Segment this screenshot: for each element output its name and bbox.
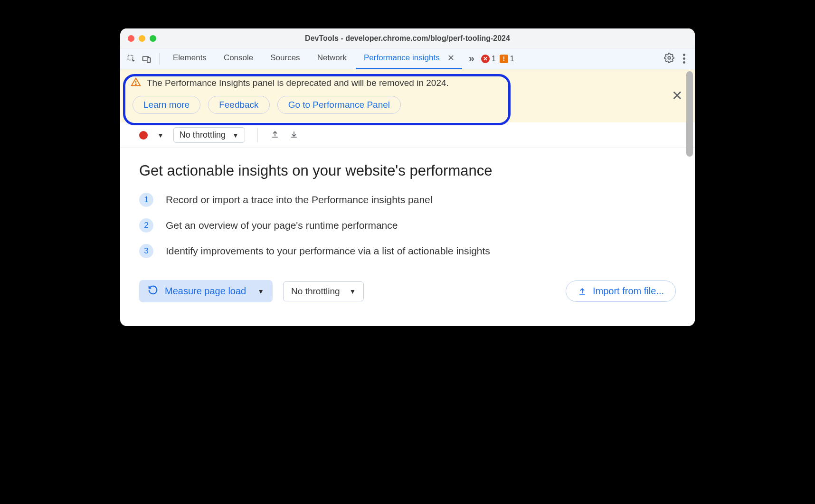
refresh-icon <box>148 285 158 298</box>
page-heading: Get actionable insights on your website'… <box>139 162 676 179</box>
feedback-button[interactable]: Feedback <box>208 96 269 114</box>
learn-more-button[interactable]: Learn more <box>133 96 200 114</box>
step-text: Get an overview of your page's runtime p… <box>166 220 398 231</box>
tab-label: Network <box>317 53 347 63</box>
error-icon: ✕ <box>481 55 490 63</box>
window-maximize-button[interactable] <box>150 35 156 42</box>
step-number: 1 <box>139 193 153 207</box>
inspect-element-icon[interactable] <box>125 52 138 65</box>
throttling-value: No throttling <box>180 130 226 140</box>
close-tab-icon[interactable]: ✕ <box>447 53 455 63</box>
svg-point-5 <box>135 84 136 85</box>
warning-count: 1 <box>510 55 514 63</box>
error-badge[interactable]: ✕ 1 <box>481 55 496 63</box>
tab-label: Elements <box>173 53 207 63</box>
window-minimize-button[interactable] <box>139 35 145 42</box>
tab-network[interactable]: Network <box>310 48 354 69</box>
chevron-down-icon: ▼ <box>350 288 356 295</box>
measure-page-load-button[interactable]: Measure page load ▼ <box>139 280 273 302</box>
divider <box>257 128 258 142</box>
step-number: 3 <box>139 244 153 258</box>
divider <box>159 53 160 65</box>
steps-list: 1 Record or import a trace into the Perf… <box>139 193 676 258</box>
measure-label: Measure page load <box>165 286 246 297</box>
titlebar: DevTools - developer.chrome.com/blog/per… <box>120 28 695 48</box>
error-count: 1 <box>492 55 496 63</box>
deprecation-banner: The Performance Insights panel is deprec… <box>120 69 695 122</box>
record-options-dropdown[interactable]: ▼ <box>157 131 164 139</box>
warning-icon: ! <box>500 55 508 63</box>
scrollbar[interactable] <box>686 71 693 157</box>
step-item: 2 Get an overview of your page's runtime… <box>139 218 676 233</box>
goto-performance-panel-button[interactable]: Go to Performance Panel <box>277 96 401 114</box>
import-from-file-button[interactable]: Import from file... <box>566 280 676 302</box>
traffic-lights <box>128 35 156 42</box>
chevron-down-icon: ▼ <box>232 131 239 139</box>
import-label: Import from file... <box>593 286 664 297</box>
deprecation-message: The Performance Insights panel is deprec… <box>147 78 449 88</box>
device-toolbar-icon[interactable] <box>140 52 153 65</box>
settings-icon[interactable] <box>664 53 674 65</box>
tab-label: Performance insights <box>364 53 440 63</box>
step-item: 3 Identify improvements to your performa… <box>139 244 676 258</box>
tab-elements[interactable]: Elements <box>165 48 214 69</box>
status-badges: ✕ 1 ! 1 <box>481 55 514 63</box>
devtools-window: DevTools - developer.chrome.com/blog/per… <box>120 28 695 326</box>
tabbar: Elements Console Sources Network Perform… <box>120 48 695 69</box>
recording-toolbar: ▼ No throttling ▼ <box>120 122 695 148</box>
window-close-button[interactable] <box>128 35 134 42</box>
tab-console[interactable]: Console <box>216 48 261 69</box>
svg-rect-2 <box>147 57 151 62</box>
close-banner-icon[interactable]: ✕ <box>672 89 682 103</box>
right-icons <box>664 52 690 65</box>
kebab-menu-icon[interactable] <box>681 52 687 65</box>
step-text: Identify improvements to your performanc… <box>166 245 490 257</box>
warning-badge[interactable]: ! 1 <box>500 55 514 63</box>
scroll-area: The Performance Insights panel is deprec… <box>120 69 695 326</box>
action-row: Measure page load ▼ No throttling ▼ Impo… <box>139 280 676 302</box>
more-tabs-icon[interactable]: » <box>469 53 474 65</box>
warning-triangle-icon <box>131 77 141 89</box>
record-button[interactable] <box>139 131 148 140</box>
step-text: Record or import a trace into the Perfor… <box>166 194 432 205</box>
main-content: Get actionable insights on your website'… <box>120 148 695 326</box>
tab-label: Console <box>224 53 253 63</box>
throttling-select[interactable]: No throttling ▼ <box>173 127 245 143</box>
import-icon[interactable] <box>289 130 299 141</box>
throttling-value: No throttling <box>291 286 340 297</box>
tab-performance-insights[interactable]: Performance insights ✕ <box>356 48 462 69</box>
window-title: DevTools - developer.chrome.com/blog/per… <box>120 34 695 43</box>
step-item: 1 Record or import a trace into the Perf… <box>139 193 676 207</box>
tab-label: Sources <box>270 53 300 63</box>
export-icon[interactable] <box>270 130 280 141</box>
tab-sources[interactable]: Sources <box>263 48 307 69</box>
step-number: 2 <box>139 218 153 233</box>
svg-point-3 <box>668 56 671 59</box>
throttling-select-main[interactable]: No throttling ▼ <box>283 281 364 301</box>
chevron-down-icon: ▼ <box>257 288 264 295</box>
